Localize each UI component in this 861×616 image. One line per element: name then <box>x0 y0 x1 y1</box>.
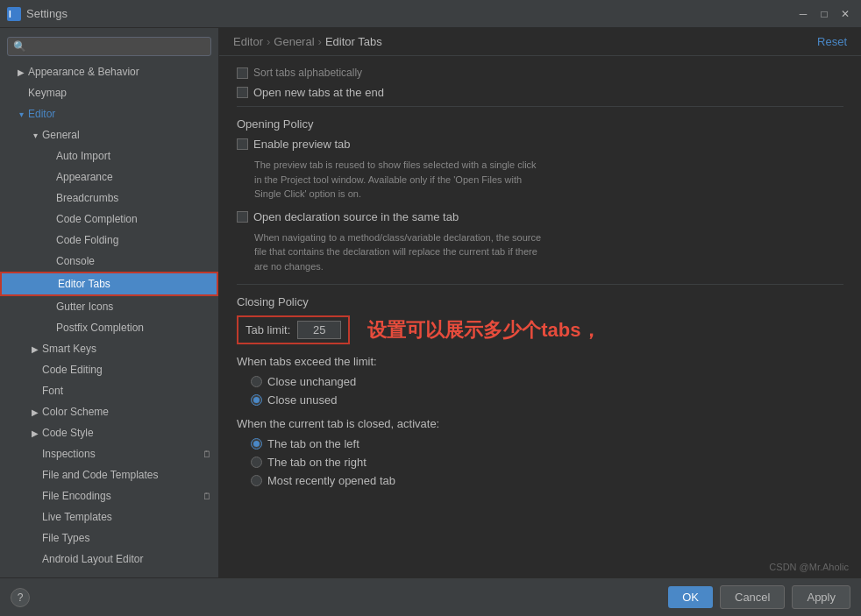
enable-preview-checkbox[interactable] <box>237 138 248 150</box>
tree-arrow: ▶ <box>28 343 42 356</box>
sidebar-item-label: Gutter Icons <box>56 299 211 315</box>
sidebar-item-label: Android Layout Editor <box>42 551 211 567</box>
sidebar-item-appearance-behavior[interactable]: ▶ Appearance & Behavior <box>0 61 218 82</box>
sidebar-item-code-completion[interactable]: Code Completion <box>0 209 218 230</box>
close-button[interactable]: ✕ <box>836 5 854 23</box>
sidebar-item-general[interactable]: ▾ General <box>0 124 218 145</box>
tab-on-right-row: The tab on the right <box>237 456 843 469</box>
sidebar-item-label: Font <box>42 383 211 399</box>
breadcrumb-sep1: › <box>267 35 270 48</box>
open-declaration-row: Open declaration source in the same tab <box>237 210 843 223</box>
sidebar-item-file-code-templates[interactable]: File and Code Templates <box>0 464 218 485</box>
sidebar-item-live-templates[interactable]: Live Templates <box>0 506 218 527</box>
sort-tabs-checkbox[interactable] <box>237 67 248 79</box>
most-recently-opened-row: Most recently opened tab <box>237 474 843 487</box>
enable-preview-checkbox-group: Enable preview tab <box>237 138 351 151</box>
sidebar-item-inspections[interactable]: Inspections 🗒 <box>0 443 218 464</box>
sidebar-item-editor-tabs[interactable]: Editor Tabs <box>0 272 218 296</box>
tab-limit-wrapper: Tab limit: 设置可以展示多少个tabs， <box>237 315 843 344</box>
sidebar-item-color-scheme[interactable]: ▶ Color Scheme <box>0 401 218 422</box>
tab-on-right-radio[interactable] <box>251 457 262 468</box>
help-button[interactable]: ? <box>11 588 30 607</box>
sidebar-item-appearance[interactable]: Appearance <box>0 166 218 188</box>
search-box[interactable]: 🔍 <box>7 37 211 56</box>
sidebar-item-postfix-completion[interactable]: Postfix Completion <box>0 317 218 338</box>
sidebar-item-editor[interactable]: ▾ Editor <box>0 103 218 124</box>
most-recently-opened-radio[interactable] <box>251 475 262 486</box>
tree-arrow: ▶ <box>14 66 28 79</box>
title-bar: I Settings ─ □ ✕ <box>0 0 861 28</box>
file-encodings-badge: 🗒 <box>203 490 211 503</box>
tab-on-right-label: The tab on the right <box>267 456 366 469</box>
sidebar-item-label: Breadcrumbs <box>56 190 211 206</box>
sidebar-item-code-style[interactable]: ▶ Code Style <box>0 422 218 443</box>
button-bar: ? OK Cancel Apply CSDN @Mr.Aholic <box>0 577 861 616</box>
divider2 <box>237 284 843 285</box>
search-input[interactable] <box>30 40 205 53</box>
sidebar-item-label: Postfix Completion <box>56 320 211 336</box>
cancel-button[interactable]: Cancel <box>720 585 785 609</box>
close-unused-label: Close unused <box>267 393 338 407</box>
sidebar-item-file-types[interactable]: File Types <box>0 527 218 549</box>
sidebar-item-label: Code Folding <box>56 232 211 248</box>
breadcrumb-sep2: › <box>318 35 322 48</box>
bottom-left: ? <box>11 588 661 607</box>
sort-tabs-row: Sort tabs alphabetically <box>237 67 843 79</box>
sidebar-item-label: Smart Keys <box>42 341 211 357</box>
search-icon: 🔍 <box>13 40 26 53</box>
sidebar-item-keymap[interactable]: Keymap <box>0 82 218 103</box>
sidebar-item-label: Appearance & Behavior <box>28 64 211 80</box>
tab-on-left-label: The tab on the left <box>267 437 359 450</box>
tab-on-left-row: The tab on the left <box>237 437 843 450</box>
when-tabs-exceed-label: When tabs exceed the limit: <box>237 355 843 368</box>
tab-on-left-radio[interactable] <box>251 438 262 450</box>
opening-policy-label: Opening Policy <box>237 117 843 131</box>
close-unused-row: Close unused <box>237 393 843 407</box>
sidebar-item-label: General <box>42 127 211 143</box>
close-unchanged-radio[interactable] <box>251 376 262 387</box>
apply-button[interactable]: Apply <box>792 585 850 609</box>
dialog-content: 🔍 ▶ Appearance & Behavior Keymap ▾ Edito… <box>0 28 861 577</box>
tab-limit-input[interactable] <box>297 321 341 339</box>
tab-limit-label: Tab limit: <box>245 323 290 336</box>
breadcrumb-current: Editor Tabs <box>325 35 382 48</box>
sidebar-item-font[interactable]: Font <box>0 380 218 401</box>
sort-tabs-label: Sort tabs alphabetically <box>253 67 362 79</box>
most-recently-opened-label: Most recently opened tab <box>267 474 395 487</box>
sidebar-item-label: Color Scheme <box>42 404 211 420</box>
enable-preview-label: Enable preview tab <box>253 138 351 151</box>
sidebar-item-breadcrumbs[interactable]: Breadcrumbs <box>0 188 218 209</box>
sidebar-item-console[interactable]: Console <box>0 251 218 272</box>
maximize-button[interactable]: □ <box>815 5 833 23</box>
tree-arrow: ▾ <box>28 129 42 142</box>
close-unused-radio[interactable] <box>251 394 262 406</box>
sidebar-item-label: Code Completion <box>56 211 211 227</box>
sidebar-item-label: Editor Tabs <box>58 276 210 292</box>
dialog-title: Settings <box>26 7 794 20</box>
inspections-badge: 🗒 <box>203 448 211 461</box>
sidebar-item-label: Appearance <box>56 169 211 185</box>
sidebar-item-label: Keymap <box>28 85 211 101</box>
reset-button[interactable]: Reset <box>817 35 847 48</box>
open-new-tabs-checkbox[interactable] <box>237 87 248 98</box>
minimize-button[interactable]: ─ <box>794 5 812 23</box>
open-declaration-checkbox[interactable] <box>237 211 248 223</box>
enable-preview-desc: The preview tab is reused to show files … <box>237 158 843 202</box>
tab-limit-box: Tab limit: <box>237 315 350 344</box>
sidebar-item-label: Code Editing <box>42 362 211 378</box>
sidebar-item-gutter-icons[interactable]: Gutter Icons <box>0 296 218 317</box>
sidebar-item-code-folding[interactable]: Code Folding <box>0 230 218 251</box>
tree-arrow: ▶ <box>28 406 42 419</box>
ok-button[interactable]: OK <box>668 586 713 608</box>
sidebar-item-android-layout[interactable]: Android Layout Editor <box>0 549 218 570</box>
sidebar-item-auto-import[interactable]: Auto Import <box>0 145 218 166</box>
sidebar-item-smart-keys[interactable]: ▶ Smart Keys <box>0 338 218 359</box>
sidebar-item-code-editing[interactable]: Code Editing <box>0 359 218 380</box>
sidebar-item-file-encodings[interactable]: File Encodings 🗒 <box>0 485 218 506</box>
content-body: Sort tabs alphabetically Open new tabs a… <box>219 56 861 577</box>
sidebar-item-label: File and Code Templates <box>42 467 211 483</box>
sidebar-item-label: Auto Import <box>56 148 211 164</box>
settings-sidebar: 🔍 ▶ Appearance & Behavior Keymap ▾ Edito… <box>0 28 219 577</box>
enable-preview-tab-row: Enable preview tab <box>237 138 843 151</box>
window-controls: ─ □ ✕ <box>794 5 854 23</box>
